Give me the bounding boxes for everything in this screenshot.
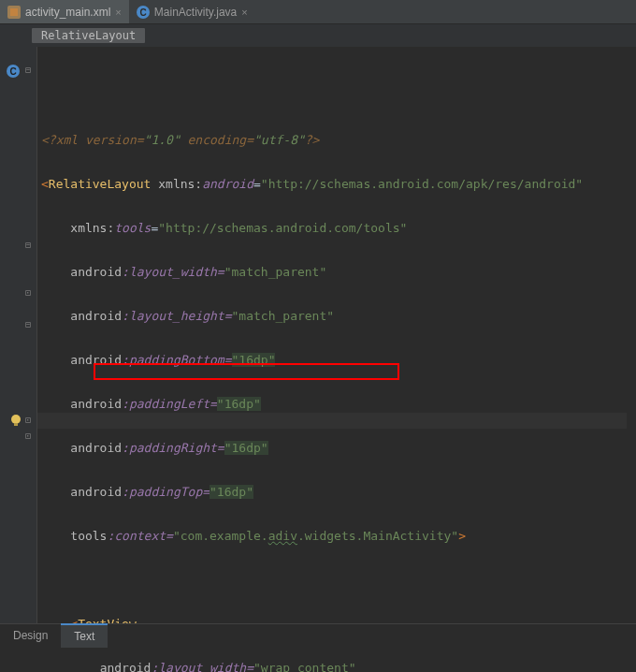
tab-label: activity_main.xml [25,6,110,19]
fold-end[interactable]: ⊡ [23,431,33,441]
file-tabs-bar: activity_main.xml × C MainActivity.java … [0,0,636,24]
tab-main-activity[interactable]: C MainActivity.java × [129,0,255,23]
editor-bottom-tabs: Design Text [0,623,636,648]
vertical-scrollbar[interactable] [627,47,636,623]
svg-rect-1 [10,8,18,16]
editor-area[interactable]: C ⊟ ⊟ ⊡ ⊟ ⊡ ⊡ <?xml version="1.0" encodi… [0,47,636,648]
fold-toggle[interactable]: ⊟ [23,65,33,75]
close-icon[interactable]: × [241,7,247,18]
class-gutter-icon[interactable]: C [6,64,21,79]
bulb-icon[interactable] [9,414,24,429]
java-file-icon: C [137,6,150,19]
fold-toggle[interactable]: ⊟ [23,240,33,250]
tab-design[interactable]: Design [0,624,61,648]
fold-toggle[interactable]: ⊟ [23,319,33,329]
fold-end[interactable]: ⊡ [23,287,33,298]
breadcrumb-bar: RelativeLayout [0,24,636,47]
breadcrumb[interactable]: RelativeLayout [32,28,145,43]
svg-rect-7 [14,423,18,426]
code-body[interactable]: <?xml version="1.0" encoding="utf-8"?> <… [37,47,636,648]
svg-text:C: C [9,66,16,77]
current-line-highlight [37,413,636,429]
tab-text[interactable]: Text [61,623,108,648]
close-icon[interactable]: × [115,7,121,18]
svg-point-6 [11,415,21,424]
tab-activity-main[interactable]: activity_main.xml × [0,0,129,23]
gutter: C ⊟ ⊟ ⊡ ⊟ ⊡ ⊡ [0,47,37,648]
svg-text:C: C [139,7,146,18]
xml-file-icon [7,6,21,19]
fold-end[interactable]: ⊡ [23,415,33,425]
tab-label: MainActivity.java [154,6,237,19]
